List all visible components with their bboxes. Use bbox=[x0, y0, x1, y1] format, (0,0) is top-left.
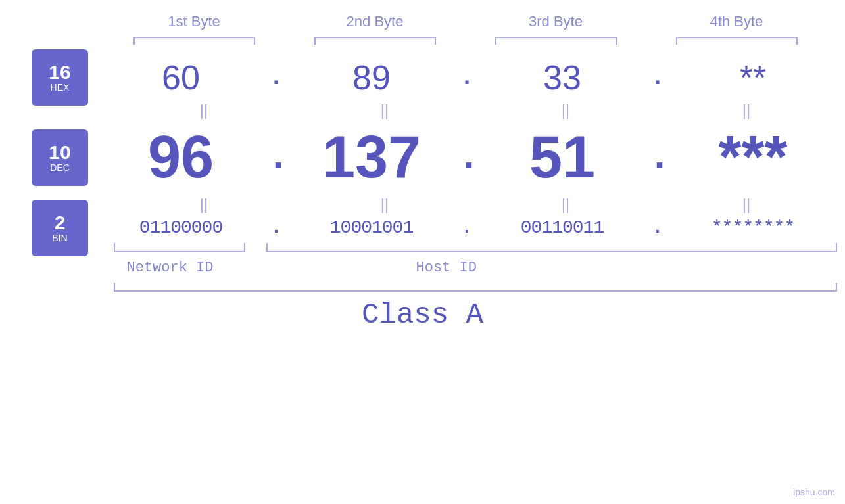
hex-dot2: . bbox=[457, 64, 477, 91]
hex-byte4: ** bbox=[687, 58, 819, 97]
dec-dot1: . bbox=[266, 135, 286, 180]
dec-badge-num: 10 bbox=[49, 143, 70, 162]
bracket-byte1 bbox=[133, 37, 255, 45]
host-id-bracket bbox=[266, 243, 837, 252]
eq2-byte3: || bbox=[500, 195, 631, 214]
bin-dot1: . bbox=[266, 218, 286, 238]
equals-row-1: || || || || bbox=[114, 97, 837, 124]
header-byte4: 4th Byte bbox=[664, 13, 809, 30]
hex-row-wrapper: 16 HEX 60 . 89 . 33 . ** bbox=[0, 58, 845, 97]
bottom-bracket-container bbox=[114, 243, 837, 255]
eq2-byte1: || bbox=[138, 195, 270, 214]
id-labels-row: Network ID Host ID bbox=[114, 255, 837, 280]
eq1-byte1: || bbox=[138, 101, 270, 120]
bin-dot3: . bbox=[648, 218, 667, 238]
main-container: 1st Byte 2nd Byte 3rd Byte 4th Byte 16 H… bbox=[0, 0, 845, 504]
dec-byte2: 137 bbox=[306, 124, 437, 191]
hex-byte1: 60 bbox=[115, 58, 247, 97]
class-bracket bbox=[114, 283, 837, 292]
bin-badge-num: 2 bbox=[55, 213, 66, 233]
eq2-byte2: || bbox=[319, 195, 450, 214]
host-id-label: Host ID bbox=[416, 260, 477, 276]
hex-badge-num: 16 bbox=[49, 62, 70, 82]
bracket-byte3 bbox=[495, 37, 617, 45]
top-brackets bbox=[104, 37, 827, 45]
dec-dot3: . bbox=[648, 135, 667, 180]
dec-badge-name: DEC bbox=[50, 162, 70, 173]
bin-row-wrapper: 2 BIN 01100000 . 10001001 . 00110011 . *… bbox=[0, 218, 845, 238]
hex-byte2: 89 bbox=[306, 58, 437, 97]
dec-dot2: . bbox=[457, 135, 477, 180]
hex-dot1: . bbox=[266, 64, 286, 91]
dec-row-wrapper: 10 DEC 96 . 137 . 51 . *** bbox=[0, 124, 845, 191]
dec-values: 96 . 137 . 51 . *** bbox=[105, 124, 829, 191]
bin-dot2: . bbox=[457, 218, 477, 238]
eq2-byte4: || bbox=[681, 195, 812, 214]
hex-badge-name: HEX bbox=[51, 82, 70, 93]
hex-values: 60 . 89 . 33 . ** bbox=[105, 58, 829, 97]
bin-byte1: 01100000 bbox=[115, 218, 247, 238]
hex-dot3: . bbox=[648, 64, 667, 91]
header-byte3: 3rd Byte bbox=[483, 13, 628, 30]
dec-badge: 10 DEC bbox=[32, 129, 88, 186]
dec-byte1: 96 bbox=[115, 124, 247, 191]
header-byte1: 1st Byte bbox=[122, 13, 266, 30]
bin-badge: 2 BIN bbox=[32, 200, 88, 256]
header-byte2: 2nd Byte bbox=[302, 13, 447, 30]
bin-byte3: 00110011 bbox=[496, 218, 628, 238]
eq1-byte4: || bbox=[681, 101, 812, 120]
watermark: ipshu.com bbox=[793, 487, 835, 497]
bracket-byte4 bbox=[676, 37, 798, 45]
bin-byte4: ******** bbox=[687, 218, 819, 238]
bin-badge-name: BIN bbox=[52, 233, 67, 243]
bin-values: 01100000 . 10001001 . 00110011 . *******… bbox=[105, 218, 829, 238]
hex-badge: 16 HEX bbox=[32, 49, 88, 106]
network-id-label: Network ID bbox=[127, 260, 214, 276]
hex-byte3: 33 bbox=[496, 58, 628, 97]
class-label: Class A bbox=[362, 298, 483, 331]
byte-headers: 1st Byte 2nd Byte 3rd Byte 4th Byte bbox=[104, 13, 827, 30]
eq1-byte2: || bbox=[319, 101, 450, 120]
dec-byte4: *** bbox=[687, 124, 819, 191]
bin-byte2: 10001001 bbox=[306, 218, 437, 238]
network-id-bracket bbox=[114, 243, 245, 252]
dec-byte3: 51 bbox=[496, 124, 628, 191]
eq1-byte3: || bbox=[500, 101, 631, 120]
equals-row-2: || || || || bbox=[114, 191, 837, 218]
bracket-byte2 bbox=[314, 37, 436, 45]
